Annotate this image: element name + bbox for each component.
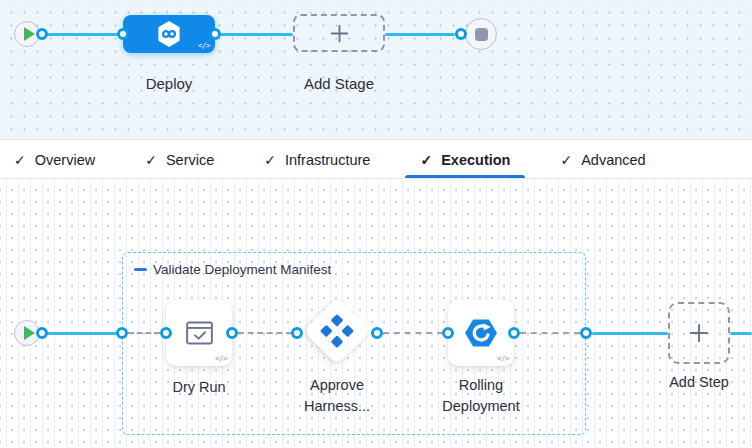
step-label-approve: Approve Harness...	[293, 375, 381, 417]
step-label-dry-run: Dry Run	[149, 377, 249, 398]
stage-canvas: </> Deploy Add Stage	[0, 0, 752, 140]
approve-right-connector	[371, 327, 383, 339]
stage-config-tabbar: ✓ Overview ✓ Service ✓ Infrastructure ✓ …	[0, 141, 752, 179]
link-addstep-to-right-edge	[730, 332, 752, 335]
end-node-connector	[455, 28, 467, 40]
rolling-deployment-icon	[464, 318, 498, 348]
check-icon: ✓	[14, 152, 26, 168]
add-stage-button[interactable]	[293, 14, 385, 52]
stage-node-deploy[interactable]: </>	[123, 15, 215, 53]
add-step-label: Add Step	[654, 372, 744, 393]
stop-icon	[475, 28, 488, 41]
tab-infrastructure[interactable]: ✓ Infrastructure	[264, 141, 370, 178]
code-icon: </>	[215, 354, 227, 363]
add-step-button[interactable]	[668, 302, 730, 364]
tab-label: Execution	[441, 152, 510, 168]
rolling-right-connector	[508, 327, 520, 339]
play-icon	[24, 326, 35, 340]
approve-left-connector	[291, 327, 303, 339]
deploy-left-connector	[117, 28, 129, 40]
tab-overview[interactable]: ✓ Overview	[14, 141, 95, 178]
step-group-label: Validate Deployment Manifest	[153, 262, 331, 277]
start-node-connector	[36, 327, 48, 339]
check-icon: ✓	[264, 152, 276, 168]
plus-icon	[686, 320, 712, 346]
dry-run-icon	[186, 321, 213, 345]
dry-run-right-connector	[226, 327, 238, 339]
link-addstage-to-end	[385, 33, 455, 36]
play-icon	[24, 27, 35, 41]
dry-run-left-connector	[160, 327, 172, 339]
check-icon: ✓	[145, 152, 157, 168]
tab-execution[interactable]: ✓ Execution	[420, 141, 510, 178]
pipeline-end-node	[465, 18, 497, 50]
deploy-right-connector	[209, 28, 221, 40]
group-left-connector	[116, 327, 128, 339]
check-icon: ✓	[560, 152, 572, 168]
step-group-header[interactable]: Validate Deployment Manifest	[134, 262, 331, 277]
tab-label: Overview	[35, 152, 95, 168]
add-stage-label: Add Stage	[293, 73, 385, 94]
code-icon: </>	[198, 41, 210, 50]
check-icon: ✓	[420, 152, 432, 168]
tab-label: Infrastructure	[285, 152, 370, 168]
step-node-dry-run[interactable]: </>	[166, 300, 232, 366]
tab-service[interactable]: ✓ Service	[145, 141, 214, 178]
approval-icon-wrap	[319, 313, 355, 349]
active-tab-underline	[405, 175, 525, 178]
link-deploy-to-addstage	[215, 33, 293, 36]
group-right-connector	[580, 327, 592, 339]
step-label-rolling: Rolling Deployment	[426, 375, 536, 417]
pipeline-studio: </> Deploy Add Stage ✓ Overview ✓ Servic…	[0, 0, 752, 448]
approval-diamond-icon	[319, 313, 355, 349]
collapse-icon[interactable]	[134, 268, 147, 271]
tab-label: Service	[166, 152, 214, 168]
tab-advanced[interactable]: ✓ Advanced	[560, 141, 645, 178]
stage-label: Deploy	[123, 73, 215, 94]
rolling-left-connector	[442, 327, 454, 339]
harness-logo-icon	[157, 20, 181, 48]
tab-label: Advanced	[581, 152, 646, 168]
link-start-to-group	[42, 332, 122, 335]
link-start-to-deploy	[42, 33, 123, 36]
execution-canvas: Validate Deployment Manifest </>	[0, 180, 752, 448]
start-node-connector	[36, 28, 48, 40]
step-node-rolling-deployment[interactable]: </>	[448, 300, 514, 366]
plus-icon	[327, 21, 352, 46]
code-icon: </>	[497, 354, 509, 363]
link-group-to-addstep	[592, 332, 668, 335]
